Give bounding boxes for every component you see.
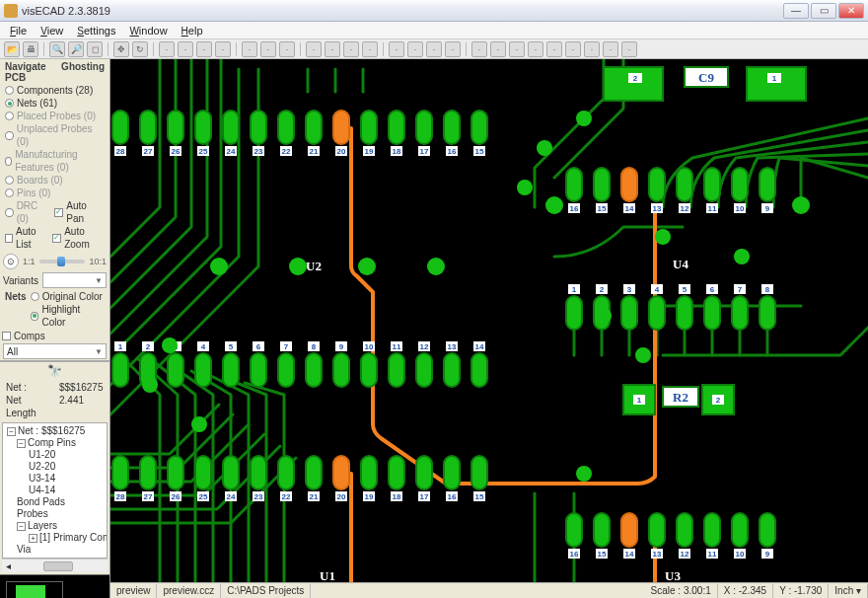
status-tab2[interactable]: preview.ccz: [157, 584, 221, 598]
menu-file[interactable]: File: [4, 23, 33, 38]
tool-gen-19[interactable]: ·: [528, 41, 543, 57]
svg-text:24: 24: [227, 147, 236, 156]
tool-gen-16[interactable]: ·: [471, 41, 487, 57]
chk-autolist[interactable]: Auto List: [3, 225, 50, 251]
tool-pan-icon[interactable]: ✥: [113, 41, 129, 57]
tool-gen-8[interactable]: ·: [306, 41, 322, 57]
svg-rect-40: [333, 111, 349, 144]
maximize-button[interactable]: ▭: [811, 3, 836, 19]
tree-bond-pads[interactable]: Bond Pads: [5, 496, 105, 508]
radio-orig-color[interactable]: Original Color: [29, 290, 107, 303]
tool-gen-7[interactable]: ·: [279, 41, 295, 57]
menu-settings[interactable]: Settings: [71, 23, 121, 38]
svg-rect-144: [704, 296, 720, 330]
tool-gen-11[interactable]: ·: [362, 41, 378, 57]
tool-gen-14[interactable]: ·: [426, 41, 442, 57]
svg-rect-120: [704, 168, 720, 201]
tool-gen-21[interactable]: ·: [565, 41, 581, 57]
tree-hscroll[interactable]: ◂: [2, 559, 108, 572]
chk-autopan[interactable]: Auto Pan: [52, 199, 107, 225]
close-button[interactable]: ✕: [838, 3, 864, 19]
nets-item[interactable]: $$$5807: [1, 361, 108, 362]
svg-text:2: 2: [716, 396, 721, 405]
tool-gen-15[interactable]: ·: [445, 41, 461, 57]
radio-highlight-color[interactable]: Highlight Color: [29, 303, 107, 329]
tool-gen-4[interactable]: ·: [215, 41, 231, 57]
nets-filter-dropdown[interactable]: All▼: [3, 343, 107, 359]
status-tab1[interactable]: preview: [110, 584, 157, 598]
tool-gen-12[interactable]: ·: [389, 41, 404, 57]
tool-gen-2[interactable]: ·: [178, 41, 193, 57]
svg-text:U1: U1: [320, 568, 335, 582]
menu-help[interactable]: Help: [176, 23, 209, 38]
zoom-slider[interactable]: [39, 260, 86, 263]
svg-rect-34: [278, 111, 294, 144]
tool-gen-1[interactable]: ·: [159, 41, 175, 57]
tree-via[interactable]: Via: [5, 544, 105, 556]
thumbnail-view[interactable]: [0, 574, 109, 598]
pcb-canvas[interactable]: 21C912R228272625242322212019181716151234…: [110, 59, 868, 582]
tree-probes[interactable]: Probes: [5, 508, 105, 520]
net-tree[interactable]: −Net : $$$16275 −Comp Pins U1-20 U2-20 U…: [2, 422, 108, 559]
svg-text:11: 11: [393, 342, 401, 351]
navigate-header: Navigate PCB: [3, 60, 59, 84]
tool-gen-24[interactable]: ·: [621, 41, 637, 57]
svg-rect-97: [471, 353, 487, 387]
tool-fit-icon[interactable]: ◻: [87, 41, 103, 57]
nets-listbox[interactable]: $$$5807$$$5809$$$7632$$$7634$$$7635$$$76…: [0, 360, 109, 362]
tool-gen-20[interactable]: ·: [546, 41, 562, 57]
netinfo-net-val: $$$16275: [59, 381, 104, 394]
zoom-reset-icon[interactable]: ⊙: [3, 254, 19, 269]
tool-rotate-icon[interactable]: ↻: [132, 41, 148, 57]
svg-rect-194: [444, 456, 460, 489]
svg-text:28: 28: [116, 147, 125, 156]
svg-text:16: 16: [570, 204, 579, 213]
tree-layer-item[interactable]: [1] Primary Component Side: [39, 532, 108, 543]
tool-gen-18[interactable]: ·: [509, 41, 525, 57]
tool-gen-5[interactable]: ·: [242, 41, 257, 57]
tool-gen-10[interactable]: ·: [343, 41, 359, 57]
tool-gen-13[interactable]: ·: [407, 41, 423, 57]
svg-text:1: 1: [637, 396, 642, 405]
svg-text:3: 3: [627, 285, 632, 294]
minimize-button[interactable]: —: [783, 3, 809, 19]
menu-window[interactable]: Window: [123, 23, 173, 38]
tool-gen-17[interactable]: ·: [490, 41, 506, 57]
radio-nets[interactable]: Nets (61): [3, 97, 107, 110]
svg-rect-105: [566, 168, 582, 201]
svg-text:16: 16: [448, 147, 457, 156]
tool-gen-6[interactable]: ·: [260, 41, 276, 57]
svg-text:15: 15: [598, 204, 607, 213]
svg-rect-219: [732, 513, 748, 547]
svg-point-102: [289, 258, 307, 275]
variants-dropdown[interactable]: ▼: [42, 272, 107, 288]
tree-pin-u4[interactable]: U4-14: [5, 485, 105, 496]
tree-pin-u1[interactable]: U1-20: [5, 449, 105, 461]
tool-gen-23[interactable]: ·: [603, 41, 618, 57]
tool-gen-22[interactable]: ·: [584, 41, 600, 57]
svg-text:26: 26: [172, 492, 181, 501]
svg-rect-46: [389, 111, 404, 144]
tool-zoomin-icon[interactable]: 🔍: [49, 41, 65, 57]
menu-view[interactable]: View: [35, 23, 69, 38]
svg-point-230: [635, 347, 651, 363]
svg-text:12: 12: [681, 550, 689, 559]
tree-pin-u2[interactable]: U2-20: [5, 461, 105, 473]
tool-gen-9[interactable]: ·: [325, 41, 340, 57]
status-unit[interactable]: Inch ▾: [829, 584, 868, 598]
tool-print-icon[interactable]: 🖶: [23, 41, 38, 57]
tool-zoomout-icon[interactable]: 🔎: [68, 41, 84, 57]
binocular-icon[interactable]: 🔭: [0, 362, 109, 380]
svg-text:14: 14: [625, 204, 634, 213]
tree-pin-u3[interactable]: U3-14: [5, 473, 105, 485]
tool-gen-3[interactable]: ·: [196, 41, 212, 57]
netinfo-len-key: Net Length: [6, 394, 53, 419]
menu-bar: File View Settings Window Help: [0, 22, 868, 39]
radio-components[interactable]: Components (28): [3, 84, 107, 97]
svg-rect-22: [168, 111, 183, 144]
svg-text:2: 2: [146, 342, 151, 351]
chk-comps[interactable]: Comps: [0, 330, 109, 342]
chk-autozoom[interactable]: Auto Zoom: [50, 225, 107, 251]
tool-open-icon[interactable]: 📂: [4, 41, 20, 57]
svg-rect-94: [444, 353, 460, 387]
